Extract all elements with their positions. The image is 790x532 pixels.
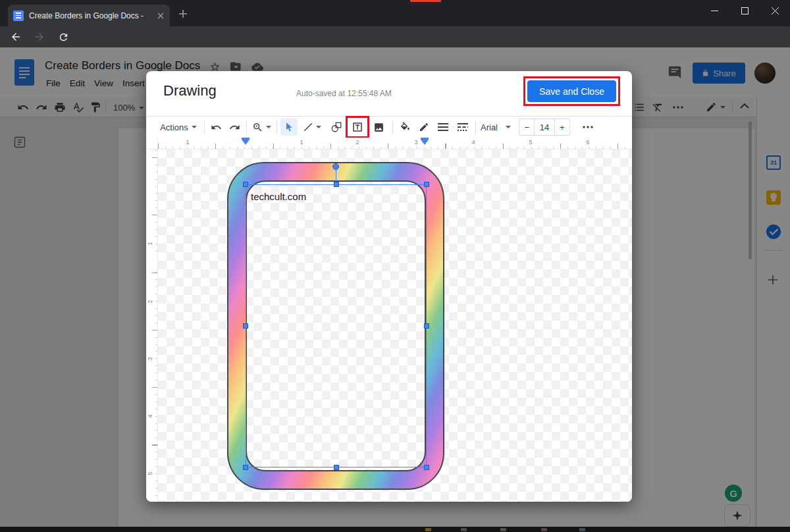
font-size-value[interactable]: 14 xyxy=(535,119,554,135)
autosave-status: Auto-saved at 12:55:48 AM xyxy=(296,89,392,98)
image-icon xyxy=(373,122,384,133)
line-weight-icon xyxy=(438,122,448,132)
line-color-pencil-icon xyxy=(419,122,429,132)
resize-handle-nw[interactable] xyxy=(243,182,248,187)
tab-title: Create Borders in Google Docs - xyxy=(29,11,151,20)
drawing-canvas[interactable]: techcult.com xyxy=(158,149,632,502)
resize-handle-e[interactable] xyxy=(424,323,429,329)
tab-close-icon[interactable] xyxy=(157,12,165,20)
drawing-redo-icon[interactable] xyxy=(226,119,242,136)
shape-icon xyxy=(330,121,342,133)
browser-toolbar xyxy=(0,26,790,47)
ruler-number: 5 xyxy=(529,139,532,146)
drawing-zoom-button[interactable] xyxy=(250,119,273,136)
resize-handle-sw[interactable] xyxy=(243,465,248,470)
ellipsis-icon xyxy=(583,126,593,128)
taskbar-edge xyxy=(0,527,790,532)
ruler-number: 6 xyxy=(586,139,589,146)
ruler-number: 4 xyxy=(471,139,475,146)
font-size-decrease-button[interactable]: − xyxy=(519,119,535,135)
drawing-undo-icon[interactable] xyxy=(208,119,224,136)
line-icon xyxy=(303,122,313,132)
vertical-ruler[interactable]: 1 2 3 4 5 xyxy=(146,149,158,502)
ruler-marker-v xyxy=(146,253,157,271)
more-tools-button[interactable] xyxy=(579,119,596,136)
drawing-dialog: Drawing Auto-saved at 12:55:48 AM Save a… xyxy=(146,71,632,502)
ruler-number: 4 xyxy=(147,414,153,417)
ruler-number: 2 xyxy=(147,300,153,303)
browser-tab[interactable]: Create Borders in Google Docs - xyxy=(8,5,170,26)
chevron-down-icon xyxy=(266,126,271,128)
magnifier-icon xyxy=(252,122,263,133)
resize-handle-n[interactable] xyxy=(334,182,339,187)
reload-icon[interactable] xyxy=(54,28,72,46)
save-and-close-button[interactable]: Save and Close xyxy=(527,80,616,102)
fill-bucket-icon xyxy=(400,122,411,133)
shape-tool-button[interactable] xyxy=(328,119,345,136)
cursor-arrow-icon xyxy=(284,122,294,132)
font-name: Arial xyxy=(481,122,498,132)
text-box-selection[interactable] xyxy=(246,184,427,467)
ruler-number: 1 xyxy=(186,139,189,146)
window-minimize-button[interactable] xyxy=(699,0,729,21)
font-size-control: − 14 + xyxy=(519,119,570,136)
insert-image-button[interactable] xyxy=(370,119,387,136)
ruler-number: 2 xyxy=(356,139,359,146)
toolbar-separator xyxy=(276,120,277,134)
actions-label: Actions xyxy=(160,122,188,132)
chevron-down-icon xyxy=(506,126,511,128)
resize-handle-w[interactable] xyxy=(243,323,248,329)
ruler-marker-triangle[interactable] xyxy=(421,140,429,145)
line-tool-button[interactable] xyxy=(300,119,324,136)
toolbar-separator xyxy=(246,120,247,134)
dialog-divider xyxy=(146,116,632,117)
line-weight-button[interactable] xyxy=(434,119,452,136)
line-dash-icon xyxy=(458,122,468,132)
resize-handle-s[interactable] xyxy=(334,465,339,470)
text-box-content[interactable]: techcult.com xyxy=(251,191,306,202)
line-color-button[interactable] xyxy=(416,119,432,136)
font-size-increase-button[interactable]: + xyxy=(554,119,569,135)
toolbar-separator xyxy=(392,120,393,134)
chevron-down-icon xyxy=(192,126,197,128)
rotation-handle[interactable] xyxy=(332,163,339,170)
horizontal-ruler[interactable]: 1 1 2 3 4 5 6 xyxy=(146,138,632,149)
font-family-caret[interactable] xyxy=(504,119,512,136)
chevron-down-icon xyxy=(316,126,321,128)
fill-color-button[interactable] xyxy=(396,119,413,136)
text-box-icon xyxy=(352,121,363,133)
ruler-corner xyxy=(146,138,158,149)
window-maximize-button[interactable] xyxy=(729,0,760,21)
docs-favicon-icon xyxy=(13,11,24,21)
ruler-number: 3 xyxy=(147,357,153,360)
recording-indicator-bar xyxy=(410,0,441,2)
line-dash-button[interactable] xyxy=(454,119,471,136)
new-tab-button[interactable] xyxy=(178,9,188,19)
dialog-title: Drawing xyxy=(163,82,217,99)
toolbar-separator xyxy=(204,120,205,134)
browser-tab-bar: Create Borders in Google Docs - xyxy=(0,0,790,26)
select-tool-button[interactable] xyxy=(280,119,298,136)
resize-handle-se[interactable] xyxy=(424,465,429,470)
ruler-number: 5 xyxy=(147,471,153,475)
window-close-button[interactable] xyxy=(760,0,790,21)
ruler-number: 1 xyxy=(300,139,303,146)
forward-icon[interactable] xyxy=(30,28,49,46)
actions-menu-button[interactable]: Actions xyxy=(159,119,198,136)
ruler-marker-triangle[interactable] xyxy=(242,140,250,145)
toolbar-separator xyxy=(475,120,476,134)
ruler-number: 1 xyxy=(147,242,153,245)
ruler-number: 3 xyxy=(414,139,417,146)
back-icon[interactable] xyxy=(7,28,25,46)
text-box-tool-button[interactable] xyxy=(349,119,366,136)
resize-handle-ne[interactable] xyxy=(424,182,429,187)
